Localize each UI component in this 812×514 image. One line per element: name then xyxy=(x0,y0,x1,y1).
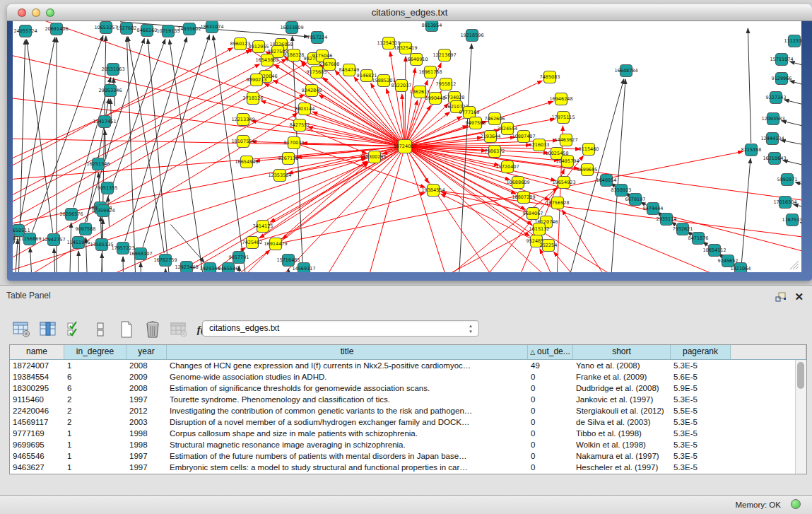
column-header-label: title xyxy=(341,346,354,356)
graph-edge[interactable] xyxy=(165,269,167,272)
table-cell: 5.3E-5 xyxy=(671,450,731,462)
new-column-icon[interactable] xyxy=(116,320,137,339)
graph-edge[interactable] xyxy=(411,112,450,142)
graph-node-label: 8454749 xyxy=(339,67,360,73)
graph-node-label: 7986372 xyxy=(485,148,505,154)
column-header-year[interactable]: year xyxy=(126,345,167,359)
column-header-title[interactable]: title xyxy=(167,345,528,359)
graph-edge[interactable] xyxy=(105,130,105,159)
table-selector-dropdown[interactable]: citations_edges.txt ▲▼ xyxy=(202,320,479,337)
column-header-name[interactable]: name xyxy=(10,345,64,359)
table-cell: Corpus callosum shape and size in male p… xyxy=(167,428,528,439)
graph-edge[interactable] xyxy=(790,62,801,69)
graph-edge[interactable] xyxy=(790,81,802,88)
graph-edge[interactable] xyxy=(402,94,405,139)
table-cell: 9115460 xyxy=(10,394,64,405)
delete-column-icon[interactable] xyxy=(142,320,163,339)
column-header-in-degree[interactable]: in_degree xyxy=(64,345,126,359)
table-row[interactable]: 977716911998Corpus callosum shape and si… xyxy=(10,428,806,439)
table-cell: 6 xyxy=(64,371,126,382)
table-row[interactable]: 969969511998Structural magnetic resonanc… xyxy=(10,439,806,450)
table-cell: Disruption of a novel member of a sodium… xyxy=(167,416,528,428)
graph-edge[interactable] xyxy=(78,251,79,272)
graph-edge[interactable] xyxy=(411,149,801,272)
graph-edge[interactable] xyxy=(564,79,624,272)
graph-edge[interactable] xyxy=(125,37,187,242)
table-cell: Nakamura et al. (1997) xyxy=(573,450,671,462)
column-header-out-de-[interactable]: △out_de... xyxy=(528,345,573,359)
table-row[interactable]: 1456911722003Disruption of a novel membe… xyxy=(10,416,806,428)
graph-node-label: 16543862 xyxy=(255,57,278,63)
graph-edge[interactable] xyxy=(141,262,141,272)
graph-node-label: 16961758 xyxy=(418,69,442,75)
float-panel-icon[interactable] xyxy=(775,292,787,303)
column-header-pagerank[interactable]: pagerank xyxy=(671,345,731,359)
table-cell: 1998 xyxy=(126,439,167,450)
graph-edge[interactable] xyxy=(20,37,55,223)
graph-edge[interactable] xyxy=(405,57,406,139)
graph-node-label: 16782759 xyxy=(153,257,177,263)
close-panel-icon[interactable]: ✕ xyxy=(794,292,804,301)
graph-edge[interactable] xyxy=(288,269,290,272)
graph-node-label: 12942757 xyxy=(42,237,65,243)
column-header-short[interactable]: short xyxy=(573,345,671,359)
table-row[interactable]: 2242004622012Investigating the contribut… xyxy=(10,405,806,416)
graph-edge[interactable] xyxy=(800,223,801,228)
graph-node-label: 14463627 xyxy=(554,137,577,143)
table-row[interactable]: 1872400712008Changes of HCN gene express… xyxy=(10,360,806,371)
graph-node-label: 19654923 xyxy=(552,180,575,185)
resize-grip-icon[interactable] xyxy=(790,261,799,269)
memory-status-label: Memory: OK xyxy=(735,501,781,509)
graph-edge[interactable] xyxy=(411,117,462,144)
table-row[interactable]: 946554611997Estimation of the future num… xyxy=(10,450,806,462)
table-panel: Table Panel ✕ xyxy=(0,285,812,514)
graph-edge[interactable] xyxy=(13,147,398,197)
table-cell: 19384554 xyxy=(10,371,64,382)
graph-edge[interactable] xyxy=(239,266,240,272)
table-row[interactable]: 946362711997Embryonic stem cells: a mode… xyxy=(10,462,806,473)
graph-edge[interactable] xyxy=(69,223,71,272)
graph-edge[interactable] xyxy=(782,121,801,129)
graph-edge[interactable] xyxy=(123,257,124,272)
table-row[interactable]: 911546021997Tourette syndrome. Phenomeno… xyxy=(10,394,806,405)
window-titlebar[interactable]: citations_edges.txt xyxy=(7,4,812,21)
graph-edge[interactable] xyxy=(30,247,34,272)
table-row[interactable]: 1830029562008Estimation of significance … xyxy=(10,382,806,394)
table-cell: 2 xyxy=(64,405,126,416)
graph-node-label: 1362615 xyxy=(410,89,430,95)
table-vertical-scrollbar[interactable] xyxy=(795,360,806,474)
graph-edge[interactable] xyxy=(147,151,400,272)
graph-node-label: 20206576 xyxy=(59,211,83,217)
delete-table-icon[interactable] xyxy=(168,320,189,339)
graph-node-label: 8912955 xyxy=(249,44,269,49)
table-cell: 1 xyxy=(64,462,126,473)
graph-edge[interactable] xyxy=(406,68,415,139)
table-row[interactable]: 1938455462009Genome-wide association stu… xyxy=(10,371,806,382)
scrollbar-thumb[interactable] xyxy=(797,362,804,389)
table-cell: 6 xyxy=(64,382,126,394)
table-cell: 9465546 xyxy=(10,450,64,462)
graph-edge[interactable] xyxy=(795,182,801,189)
show-column-icon[interactable] xyxy=(37,320,59,339)
graph-edge[interactable] xyxy=(741,158,751,272)
graph-edge[interactable] xyxy=(783,160,801,168)
table-cell: Estimation of the future numbers of pati… xyxy=(167,450,528,462)
graph-node-label: 19384554 xyxy=(421,187,445,193)
graph-edge[interactable] xyxy=(540,249,619,272)
table-mode-icon[interactable] xyxy=(11,320,33,339)
table-cell: 1 xyxy=(64,360,126,371)
graph-node-label: 7932621 xyxy=(673,226,693,232)
graph-edge[interactable] xyxy=(32,35,102,232)
dropdown-arrows-icon: ▲▼ xyxy=(469,323,473,334)
graph-edge[interactable] xyxy=(784,100,801,108)
select-all-icon[interactable] xyxy=(64,320,85,339)
network-canvas[interactable]: 2405572420691406106532571527602846616010… xyxy=(13,21,801,272)
table-cell: 0 xyxy=(528,428,573,439)
table-cell: Genome-wide association studies in ADHD. xyxy=(167,371,528,382)
graph-edge[interactable] xyxy=(171,225,204,263)
graph-edge[interactable] xyxy=(213,35,268,272)
graph-node-label: 29053346 xyxy=(98,88,122,93)
clear-selection-icon[interactable] xyxy=(90,320,111,339)
graph-edge[interactable] xyxy=(748,28,751,143)
table-cell: Changes of HCN gene expression and I(f) … xyxy=(167,360,528,371)
